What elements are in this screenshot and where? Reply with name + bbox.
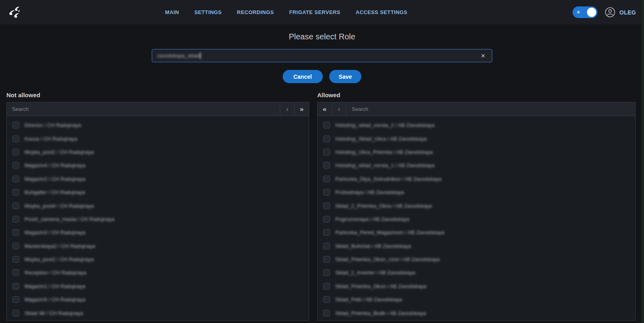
item-checkbox[interactable] bbox=[12, 202, 19, 209]
list-item[interactable]: Kassa / CH Radujnaya bbox=[7, 132, 309, 145]
nav-item-main[interactable]: MAIN bbox=[165, 9, 179, 15]
list-item[interactable]: Moyka_post2 / CH Radujnaya bbox=[7, 253, 309, 266]
item-checkbox[interactable] bbox=[12, 269, 19, 276]
list-item[interactable]: Director / CH Radujnaya bbox=[7, 119, 309, 132]
allowed-list[interactable]: Holodnyj_sklad_vorota_2 / AB Zavodskaya … bbox=[318, 116, 635, 320]
list-item[interactable]: Sklad_Priemka_Bodb / AB Zavodskaya bbox=[318, 306, 635, 319]
item-checkbox[interactable] bbox=[12, 189, 19, 196]
item-checkbox[interactable] bbox=[323, 296, 330, 303]
item-checkbox[interactable] bbox=[323, 243, 330, 249]
item-checkbox[interactable] bbox=[323, 122, 330, 129]
list-item[interactable]: Sklad_2_Inverter / AB Zavodskaya bbox=[318, 266, 635, 279]
sun-icon: ☀ bbox=[576, 10, 581, 15]
list-item[interactable]: Masterskaya2 / CH Radujnaya bbox=[7, 239, 309, 253]
list-item[interactable]: Moyka_post1 / CH Radujnaya bbox=[7, 145, 309, 159]
item-checkbox[interactable] bbox=[12, 135, 19, 142]
list-item[interactable]: Sklad 48 / CH Radujnaya bbox=[7, 306, 309, 319]
allowed-title: Allowed bbox=[317, 92, 636, 98]
item-label: Sklad_2_Inverter / AB Zavodskaya bbox=[335, 270, 415, 276]
item-checkbox[interactable] bbox=[323, 216, 330, 223]
move-all-right-button[interactable]: » bbox=[294, 102, 309, 116]
item-checkbox[interactable] bbox=[12, 149, 19, 155]
item-checkbox[interactable] bbox=[12, 176, 19, 182]
item-checkbox[interactable] bbox=[12, 229, 19, 236]
list-item[interactable]: Buhgalter / CH Radujnaya bbox=[7, 186, 309, 199]
item-label: Moyka_post4 / CH Radujnaya bbox=[24, 203, 94, 209]
item-checkbox[interactable] bbox=[323, 135, 330, 142]
save-button[interactable]: Save bbox=[329, 70, 362, 83]
nav-links: MAIN SETTINGS RECORDINGS FRIGATE SERVERS… bbox=[0, 9, 573, 15]
list-item[interactable]: Sklad_Pelti / AB Zavodskaya bbox=[318, 293, 635, 306]
list-item[interactable]: Parkovka_Pered_Magazinom / AB Zavodskaya bbox=[318, 226, 635, 239]
item-label: Holodnyj_sklad_vorota_2 / AB Zavodskaya bbox=[335, 122, 434, 128]
list-item[interactable]: Sklad_Priemka_Okon / AB Zavodskaya bbox=[318, 280, 635, 293]
allowed-search-input[interactable] bbox=[346, 102, 635, 116]
item-checkbox[interactable] bbox=[12, 216, 19, 223]
list-item[interactable]: Magazin3 / CH Radujnaya bbox=[7, 226, 309, 239]
item-checkbox[interactable] bbox=[323, 229, 330, 236]
move-selected-right-button[interactable]: › bbox=[280, 102, 294, 116]
page-title: Please select Role bbox=[0, 32, 644, 41]
item-checkbox[interactable] bbox=[323, 162, 330, 169]
nav-item-frigate-servers[interactable]: FRIGATE SERVERS bbox=[289, 9, 340, 15]
item-label: Parkovka_Pered_Magazinom / AB Zavodskaya bbox=[335, 229, 444, 235]
list-item[interactable]: Holodnyj_sklad_vorota_1 / AB Zavodskaya bbox=[318, 159, 635, 172]
item-label: Director / CH Radujnaya bbox=[24, 122, 81, 128]
not-allowed-search-input[interactable] bbox=[7, 102, 280, 116]
list-item[interactable]: Holodnyj_Sklad_Ulica / AB Zavodskaya bbox=[318, 132, 635, 145]
list-item[interactable]: Magazin5 / CH Radujnaya bbox=[7, 293, 309, 306]
item-label: Sklad_Priemka_Okon / AB Zavodskaya bbox=[335, 283, 426, 289]
cancel-button[interactable]: Cancel bbox=[283, 70, 323, 83]
username-label: OLEG bbox=[620, 9, 636, 16]
list-item[interactable]: Holodnyj_sklad_vorota_2 / AB Zavodskaya bbox=[318, 119, 635, 132]
item-checkbox[interactable] bbox=[323, 256, 330, 263]
role-name-input[interactable]: zavodskaya_sklad ✕ bbox=[152, 49, 492, 62]
item-checkbox[interactable] bbox=[12, 162, 19, 169]
theme-toggle[interactable]: ☀ bbox=[573, 6, 597, 18]
move-all-left-button[interactable]: « bbox=[318, 102, 332, 116]
list-item[interactable]: Sklad_Priemka_Okon_Uzel / AB Zavodskaya bbox=[318, 253, 635, 266]
not-allowed-column: Not allowed › » Director / CH Radujnaya … bbox=[6, 92, 309, 321]
item-checkbox[interactable] bbox=[323, 202, 330, 209]
list-item[interactable]: Sklad_Buhchat / AB Zavodskaya bbox=[318, 239, 635, 253]
clear-input-icon[interactable]: ✕ bbox=[479, 52, 487, 60]
move-selected-left-button[interactable]: ‹ bbox=[332, 102, 346, 116]
list-item[interactable]: Sklad_2_Priemka_Okno / AB Zavodskaya bbox=[318, 199, 635, 212]
list-item[interactable]: Moyka_post4 / CH Radujnaya bbox=[7, 199, 309, 212]
nav-item-settings[interactable]: SETTINGS bbox=[194, 9, 222, 15]
item-label: Pogruzovnaya / AB Zavodskaya bbox=[335, 216, 409, 222]
list-item[interactable]: Magazin1 / CH Radujnaya bbox=[7, 280, 309, 293]
list-item[interactable]: Magazin2 / CH Radujnaya bbox=[7, 172, 309, 186]
page-scrollbar[interactable] bbox=[642, 0, 644, 323]
text-caret bbox=[200, 53, 201, 59]
item-label: Holodnyj_sklad_vorota_1 / AB Zavodskaya bbox=[335, 162, 434, 168]
user-menu[interactable]: OLEG bbox=[605, 7, 636, 18]
list-item[interactable]: Holodnyj_Ulica_Priemka / AB Zavodskaya bbox=[318, 145, 635, 159]
item-checkbox[interactable] bbox=[323, 310, 330, 317]
item-label: Magazin4 / CH Radujnaya bbox=[24, 162, 86, 168]
item-checkbox[interactable] bbox=[12, 296, 19, 303]
item-checkbox[interactable] bbox=[12, 122, 19, 129]
item-checkbox[interactable] bbox=[12, 256, 19, 263]
item-label: Prohodnaya / AB Zavodskaya bbox=[335, 189, 404, 195]
list-item[interactable]: Post4_zamena_masla / CH Radujnaya bbox=[7, 213, 309, 226]
item-checkbox[interactable] bbox=[323, 149, 330, 155]
list-item[interactable]: Parkovka_Dlya_Sotrudnikov / AB Zavodskay… bbox=[318, 172, 635, 186]
item-checkbox[interactable] bbox=[12, 283, 19, 290]
item-checkbox[interactable] bbox=[323, 189, 330, 196]
list-item[interactable]: Reception / CH Radujnaya bbox=[7, 266, 309, 279]
item-checkbox[interactable] bbox=[12, 243, 19, 249]
item-checkbox[interactable] bbox=[12, 310, 19, 317]
item-label: Magazin1 / CH Radujnaya bbox=[24, 283, 86, 289]
item-checkbox[interactable] bbox=[323, 283, 330, 290]
nav-item-access-settings[interactable]: ACCESS SETTINGS bbox=[356, 9, 408, 15]
nav-item-recordings[interactable]: RECORDINGS bbox=[237, 9, 274, 15]
list-item[interactable]: Prohodnaya / AB Zavodskaya bbox=[318, 186, 635, 199]
not-allowed-list[interactable]: Director / CH Radujnaya Kassa / CH Raduj… bbox=[7, 116, 309, 320]
toggle-knob[interactable] bbox=[587, 8, 596, 17]
item-checkbox[interactable] bbox=[323, 269, 330, 276]
allowed-column: Allowed « ‹ Holodnyj_sklad_vorota_2 / AB… bbox=[317, 92, 636, 321]
list-item[interactable]: Magazin4 / CH Radujnaya bbox=[7, 159, 309, 172]
item-checkbox[interactable] bbox=[323, 176, 330, 182]
list-item[interactable]: Pogruzovnaya / AB Zavodskaya bbox=[318, 213, 635, 226]
